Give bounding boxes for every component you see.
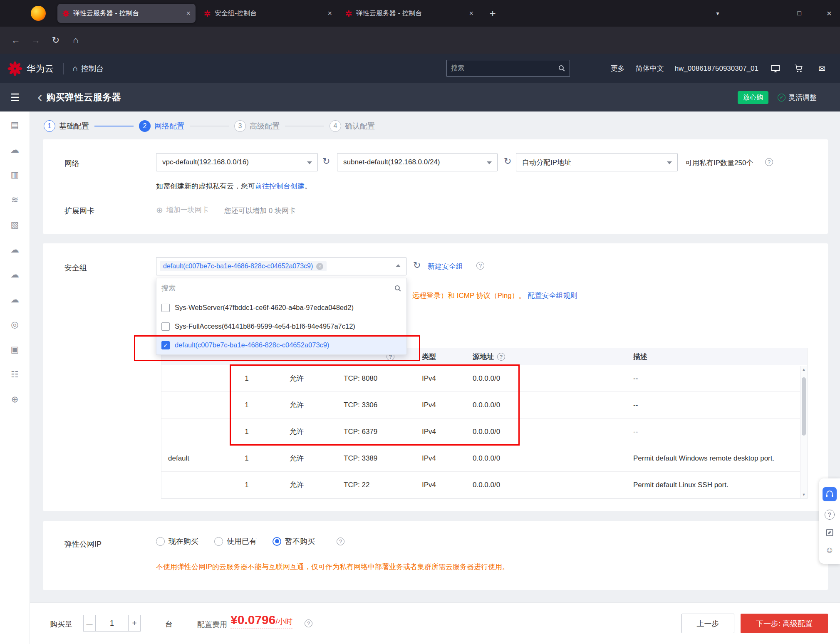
tab-close-icon[interactable]: × bbox=[327, 10, 332, 17]
dropdown-option-webserver[interactable]: Sys-WebServer(47fbddc1-ce6f-4620-a4ba-97… bbox=[156, 298, 406, 317]
sidebar-menu-icon[interactable]: ☰ bbox=[0, 92, 30, 104]
decrement-button[interactable]: — bbox=[83, 615, 96, 632]
checkbox-unchecked-icon[interactable] bbox=[161, 322, 170, 331]
smiley-icon[interactable]: ☺ bbox=[825, 545, 834, 555]
cart-icon[interactable] bbox=[793, 62, 805, 75]
huawei-console-header: 华为云 ⌂ 控制台 更多 简体中文 hw_008618750930307_01 … bbox=[0, 54, 840, 83]
browser-tab-1[interactable]: 弹性云服务器 - 控制台 × bbox=[57, 4, 196, 23]
dropdown-search-input[interactable] bbox=[161, 284, 394, 292]
feedback-icon[interactable] bbox=[825, 528, 834, 537]
more-menu[interactable]: 更多 bbox=[611, 64, 625, 73]
security-group-select[interactable]: default(c007be7c-ba1e-4686-828c-c04652a0… bbox=[156, 257, 406, 275]
wizard-steps: 1 基础配置 2 网络配置 3 高级配置 4 确认配置 bbox=[44, 118, 375, 134]
huawei-favicon bbox=[62, 10, 69, 17]
radio-unselected-icon[interactable] bbox=[214, 537, 223, 546]
reload-button[interactable]: ↻ bbox=[47, 32, 65, 49]
selected-group-tag: default(c007be7c-ba1e-4686-828c-c04652a0… bbox=[160, 261, 327, 271]
tab-close-icon[interactable]: × bbox=[469, 10, 473, 17]
back-chevron-icon[interactable]: ‹ bbox=[37, 89, 42, 104]
next-step-button[interactable]: 下一步: 高级配置 bbox=[741, 614, 828, 633]
step-basic-config[interactable]: 1 基础配置 bbox=[44, 120, 89, 132]
tab-close-icon[interactable]: × bbox=[186, 10, 191, 17]
refresh-security-group-icon[interactable]: ↻ bbox=[413, 261, 421, 270]
refresh-vpc-icon[interactable]: ↻ bbox=[322, 157, 330, 166]
sidebar-item-disk-icon[interactable]: ☁ bbox=[0, 287, 30, 312]
new-tab-button[interactable]: + bbox=[484, 7, 501, 20]
firefox-icon[interactable] bbox=[31, 6, 46, 21]
language-switch[interactable]: 简体中文 bbox=[636, 64, 664, 73]
home-button[interactable]: ⌂ bbox=[67, 32, 85, 49]
flexible-adjust[interactable]: ✓ 灵活调整 bbox=[778, 93, 817, 102]
sidebar-item-cloud-icon[interactable]: ☁ bbox=[0, 137, 30, 162]
step-confirm-config[interactable]: 4 确认配置 bbox=[330, 120, 375, 132]
window-maximize-button[interactable]: □ bbox=[790, 0, 808, 27]
header-search-input[interactable] bbox=[451, 64, 558, 72]
new-security-group-link[interactable]: 新建安全组 bbox=[428, 262, 463, 271]
header-search-box[interactable] bbox=[446, 60, 570, 77]
radio-buy-now[interactable]: 现在购买 bbox=[156, 536, 198, 546]
console-home-link[interactable]: ⌂ 控制台 bbox=[73, 64, 104, 74]
vpc-select[interactable]: vpc-default(192.168.0.0/16) bbox=[156, 153, 318, 171]
sidebar-item-ecs-icon[interactable]: ▤ bbox=[0, 112, 30, 137]
sidebar-item-backup-icon[interactable]: ☁ bbox=[0, 262, 30, 287]
scroll-down-icon[interactable]: ▼ bbox=[800, 493, 807, 497]
mail-icon[interactable]: ✉ bbox=[816, 62, 828, 75]
quantity-input[interactable] bbox=[96, 615, 128, 632]
radio-unselected-icon[interactable] bbox=[156, 537, 165, 546]
console-monitor-icon[interactable] bbox=[769, 62, 782, 75]
sidebar-item-image-icon[interactable]: ▧ bbox=[0, 212, 30, 237]
previous-step-button[interactable]: 上一步 bbox=[681, 614, 734, 633]
priority-cell: 1 bbox=[224, 374, 270, 383]
dropdown-option-default[interactable]: ✓ default(c007be7c-ba1e-4686-828c-c04652… bbox=[156, 336, 406, 354]
sidebar-item-storage-icon[interactable]: ▥ bbox=[0, 162, 30, 187]
subnet-select[interactable]: subnet-default(192.168.0.0/24) bbox=[337, 153, 498, 171]
quantity-label: 购买量 bbox=[50, 619, 72, 629]
sidebar-item-autoscaling-icon[interactable]: ≋ bbox=[0, 187, 30, 212]
account-name[interactable]: hw_008618750930307_01 bbox=[675, 64, 758, 73]
browser-tab-2[interactable]: 安全组-控制台 × bbox=[199, 4, 337, 23]
radio-not-now[interactable]: 暂不购买 bbox=[273, 536, 315, 546]
sidebar-item-eip-icon[interactable]: ▣ bbox=[0, 337, 30, 362]
chevron-up-icon bbox=[396, 264, 401, 267]
scrollbar-thumb[interactable] bbox=[802, 377, 806, 436]
refresh-subnet-icon[interactable]: ↻ bbox=[504, 157, 511, 166]
window-close-button[interactable]: × bbox=[820, 0, 838, 27]
help-icon[interactable]: ? bbox=[476, 262, 484, 270]
help-icon[interactable]: ? bbox=[765, 158, 773, 166]
increment-button[interactable]: + bbox=[128, 615, 141, 632]
browser-tab-3[interactable]: 弹性云服务器 - 控制台 × bbox=[340, 4, 478, 23]
radio-selected-icon[interactable] bbox=[273, 537, 281, 546]
sidebar-item-vpc-icon[interactable]: ⊕ bbox=[0, 387, 30, 412]
radio-use-existing[interactable]: 使用已有 bbox=[214, 536, 257, 546]
forward-button[interactable]: → bbox=[27, 32, 45, 49]
remove-tag-icon[interactable]: × bbox=[316, 263, 323, 270]
ip-mode-select[interactable]: 自动分配IP地址 bbox=[516, 153, 678, 171]
search-icon[interactable] bbox=[558, 64, 565, 72]
back-button[interactable]: ← bbox=[7, 32, 25, 49]
window-minimize-button[interactable]: — bbox=[760, 0, 778, 27]
help-icon[interactable]: ? bbox=[305, 619, 312, 627]
checkbox-checked-icon[interactable]: ✓ bbox=[161, 341, 170, 349]
step-advanced-config[interactable]: 3 高级配置 bbox=[234, 120, 280, 132]
huawei-brand[interactable]: 华为云 bbox=[7, 61, 54, 76]
priority-cell: 1 bbox=[224, 428, 270, 436]
help-icon[interactable]: ? bbox=[497, 353, 505, 361]
add-nic-button[interactable]: ⊕增加一块网卡 bbox=[156, 205, 209, 215]
table-scrollbar[interactable]: ▲ ▼ bbox=[800, 366, 807, 498]
sidebar-item-volume-icon[interactable]: ◎ bbox=[0, 312, 30, 337]
checkbox-unchecked-icon[interactable] bbox=[161, 304, 170, 312]
help-circle-icon[interactable]: ? bbox=[825, 510, 835, 520]
goto-console-link[interactable]: 前往控制台创建 bbox=[255, 182, 305, 190]
configure-rules-link[interactable]: 配置安全组规则 bbox=[528, 292, 577, 300]
customer-service-icon[interactable] bbox=[823, 487, 837, 501]
tab-title: 安全组-控制台 bbox=[215, 9, 324, 18]
assurance-badge[interactable]: 放心购 bbox=[738, 91, 768, 104]
dropdown-search-box[interactable] bbox=[156, 278, 406, 298]
step-network-config[interactable]: 2 网络配置 bbox=[139, 120, 184, 132]
sidebar-item-cloud2-icon[interactable]: ☁ bbox=[0, 237, 30, 262]
help-icon[interactable]: ? bbox=[337, 537, 344, 545]
sidebar-item-group-icon[interactable]: ☷ bbox=[0, 362, 30, 387]
dropdown-option-fullaccess[interactable]: Sys-FullAccess(64141b86-9599-4e54-b1f6-9… bbox=[156, 317, 406, 336]
scroll-up-icon[interactable]: ▲ bbox=[800, 367, 807, 372]
list-tabs-chevron-icon[interactable]: ▾ bbox=[709, 0, 727, 27]
